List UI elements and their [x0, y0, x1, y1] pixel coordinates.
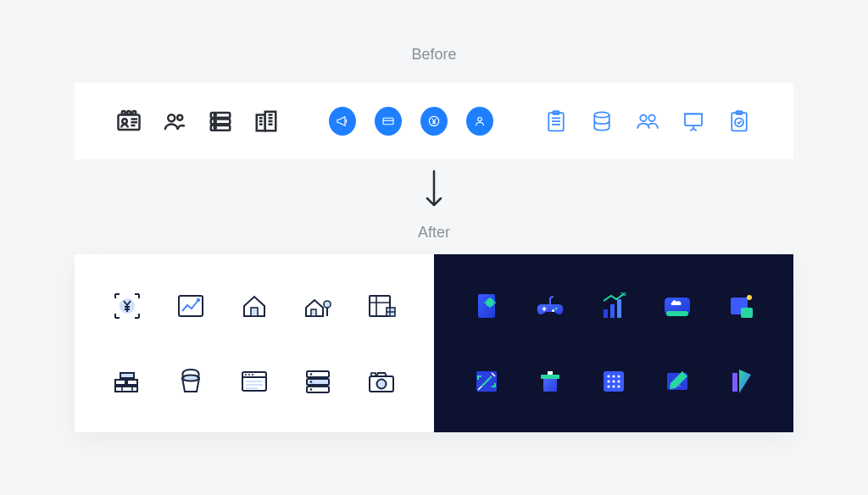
before-group-solid: [329, 108, 493, 135]
after-label: After: [0, 224, 868, 242]
bar-growth-icon: 30: [597, 289, 631, 323]
svg-rect-68: [548, 371, 553, 375]
svg-point-42: [248, 374, 250, 375]
comparison-figure: Before: [0, 0, 868, 495]
svg-point-39: [182, 375, 199, 381]
server-list-icon: [207, 108, 234, 135]
svg-point-2: [122, 111, 125, 114]
user-shield-icon: [466, 108, 493, 135]
yen-coin-icon: [420, 108, 448, 135]
id-card-icon: [115, 108, 142, 135]
svg-rect-24: [732, 113, 747, 131]
card-icon: [375, 108, 402, 135]
database-icon: [588, 108, 615, 135]
svg-rect-23: [685, 114, 702, 125]
bricks-icon: [110, 364, 144, 398]
svg-text:30: 30: [620, 292, 626, 297]
svg-point-29: [197, 298, 200, 301]
svg-point-21: [640, 115, 647, 122]
clipboard-icon: [542, 108, 570, 135]
svg-point-71: [612, 375, 615, 377]
camera-icon: [364, 364, 398, 398]
svg-point-72: [617, 375, 620, 377]
bucket-icon: [174, 364, 208, 398]
tile-dot-icon: [724, 289, 758, 323]
svg-point-54: [486, 298, 494, 307]
grid-dots-icon: [597, 364, 631, 398]
blueprint-icon: [364, 289, 398, 323]
resize-frame-icon: [470, 364, 504, 398]
podium-icon: [533, 364, 567, 398]
svg-point-52: [376, 379, 386, 388]
svg-point-10: [214, 114, 216, 116]
device-gear-icon: [470, 289, 504, 323]
svg-point-64: [747, 295, 752, 300]
svg-rect-63: [741, 308, 753, 318]
before-group-thin: [542, 108, 753, 135]
svg-point-1: [122, 119, 127, 124]
svg-point-77: [612, 385, 615, 387]
svg-rect-67: [541, 375, 559, 379]
before-group-dark: [115, 108, 280, 135]
people-icon: [634, 108, 661, 135]
before-icon-card: [75, 83, 793, 159]
svg-point-49: [309, 388, 312, 391]
svg-point-6: [177, 115, 182, 120]
trend-chart-icon: [174, 289, 208, 323]
svg-rect-57: [604, 309, 608, 318]
svg-rect-51: [371, 373, 376, 376]
svg-point-74: [612, 380, 615, 382]
svg-point-5: [168, 114, 175, 121]
svg-point-12: [214, 127, 216, 129]
megaphone-icon: [329, 108, 356, 135]
before-label: Before: [0, 46, 868, 64]
svg-rect-36: [115, 380, 125, 385]
after-light-panel: [75, 254, 434, 432]
svg-rect-61: [666, 311, 688, 316]
after-panels: 30: [75, 254, 793, 432]
yen-target-icon: [110, 289, 144, 323]
presentation-icon: [680, 108, 707, 135]
svg-rect-58: [610, 304, 615, 318]
svg-point-32: [324, 301, 331, 308]
after-dark-panel: 30: [434, 254, 793, 432]
svg-point-4: [132, 111, 136, 114]
svg-point-78: [617, 385, 620, 387]
arrow-down-icon: [423, 170, 445, 215]
cloud-drive-icon: [660, 289, 694, 323]
svg-point-43: [252, 374, 253, 375]
svg-rect-15: [383, 118, 393, 125]
building-icon: [253, 108, 280, 135]
svg-point-22: [648, 115, 655, 122]
svg-point-41: [245, 374, 247, 375]
svg-point-17: [478, 118, 482, 122]
svg-point-11: [214, 120, 216, 122]
svg-point-48: [309, 381, 312, 383]
window-app-icon: [237, 364, 271, 398]
clipboard-check-icon: [726, 108, 753, 135]
svg-point-20: [594, 112, 609, 117]
svg-point-75: [617, 380, 620, 382]
svg-point-70: [607, 375, 609, 377]
svg-point-55: [555, 307, 558, 309]
svg-rect-66: [543, 378, 557, 392]
svg-point-76: [607, 385, 609, 387]
svg-point-56: [552, 309, 554, 311]
svg-rect-37: [127, 380, 137, 385]
svg-rect-59: [617, 299, 621, 318]
house-tree-icon: [301, 289, 335, 323]
users-icon: [161, 108, 188, 135]
server-rows-icon: [301, 364, 335, 398]
svg-rect-31: [311, 309, 316, 316]
svg-point-73: [607, 380, 609, 382]
home-icon: [237, 289, 271, 323]
svg-point-3: [127, 111, 131, 114]
game-controller-icon: [533, 289, 567, 323]
pencil-note-icon: [660, 364, 694, 398]
svg-rect-35: [120, 373, 134, 378]
layers-angle-icon: [724, 364, 758, 398]
svg-rect-38: [115, 387, 137, 392]
svg-point-47: [309, 373, 312, 375]
svg-rect-30: [251, 308, 258, 316]
